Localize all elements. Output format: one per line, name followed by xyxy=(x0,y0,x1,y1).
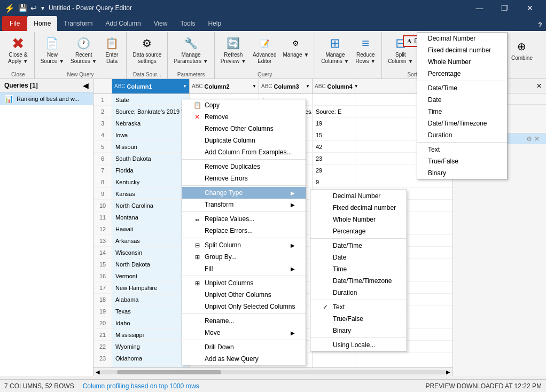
cm-add-from-examples[interactable]: Add Column From Examples... xyxy=(182,146,306,158)
cm-fill[interactable]: Fill ▶ xyxy=(182,263,306,275)
sub-datetimezone[interactable]: Date/Time/Timezone xyxy=(310,275,407,287)
cm-replace-values-icon: ₁₂ xyxy=(193,216,201,223)
col4-dropdown-icon[interactable]: ▼ xyxy=(354,84,358,89)
dt-text[interactable]: Text xyxy=(417,144,507,155)
help-button[interactable]: ? xyxy=(534,19,546,31)
save-icon[interactable]: 💾 xyxy=(18,4,27,12)
col3-dropdown-icon[interactable]: ▼ xyxy=(306,84,310,89)
sub-text[interactable]: ✓ Text xyxy=(310,301,407,313)
minimize-button[interactable]: — xyxy=(467,0,492,16)
dt-duration[interactable]: Duration xyxy=(417,129,507,141)
column4-header[interactable]: ABC Column4 ▼ xyxy=(313,79,355,93)
recent-sources-button[interactable]: 🕐 RecentSources ▼ xyxy=(68,33,99,66)
dropdown-icon[interactable]: ▼ xyxy=(40,5,45,11)
horizontal-scrollbar[interactable]: ◀ ▶ xyxy=(93,367,453,376)
sub-duration[interactable]: Duration xyxy=(310,287,407,299)
scroll-left-arrow[interactable]: ◀ xyxy=(96,369,100,375)
dt-decimal[interactable]: Decimal Number xyxy=(417,33,507,44)
sub-date[interactable]: Date xyxy=(310,252,407,263)
queries-panel-collapse[interactable]: ◀ xyxy=(83,81,89,90)
ribbon-group-parameters: 🔧 ManageParameters ▼ Parameters xyxy=(168,32,214,79)
column3-header[interactable]: ABC Column3 ▼ xyxy=(259,79,313,93)
restore-button[interactable]: ❐ xyxy=(493,0,517,16)
tab-home[interactable]: Home xyxy=(27,16,57,31)
qs-step-delete-icon[interactable]: ✕ xyxy=(534,135,540,143)
dt-sep1 xyxy=(417,81,507,81)
dt-fixed-decimal[interactable]: Fixed decimal number xyxy=(417,44,507,56)
dt-binary[interactable]: Binary xyxy=(417,167,507,179)
scroll-track[interactable] xyxy=(100,370,446,374)
data-source-settings-button[interactable]: ⚙ Data sourcesettings xyxy=(130,33,164,66)
cm-copy[interactable]: 📋 Copy xyxy=(182,99,306,111)
cm-remove[interactable]: ✕ Remove xyxy=(182,111,306,123)
cm-transform[interactable]: Transform ▶ xyxy=(182,199,306,210)
advanced-editor-button[interactable]: 📝 AdvancedEditor xyxy=(250,33,279,66)
cm-unpivot-selected[interactable]: Unpivot Only Selected Columns xyxy=(182,301,306,312)
col2-dropdown-icon[interactable]: ▼ xyxy=(252,84,256,89)
col1-dropdown-icon[interactable]: ▼ xyxy=(183,84,187,89)
sub-time[interactable]: Time xyxy=(310,263,407,275)
query-item-icon: 📊 xyxy=(4,95,13,103)
cm-change-type[interactable]: Change Type ▶ xyxy=(182,187,306,199)
refresh-preview-button[interactable]: 🔄 RefreshPreview ▼ xyxy=(218,33,249,66)
scroll-thumb[interactable] xyxy=(117,370,221,374)
dt-time[interactable]: Time xyxy=(417,106,507,117)
cm-move[interactable]: Move ▶ xyxy=(182,327,306,339)
cm-remove-errors[interactable]: Remove Errors xyxy=(182,173,306,184)
enter-data-button[interactable]: 📋 EnterData xyxy=(100,33,123,66)
sub-truefalse[interactable]: True/False xyxy=(310,313,407,325)
sub-text-label: Text xyxy=(333,303,345,311)
column2-header[interactable]: ABC Column2 ▼ xyxy=(190,79,259,93)
dt-datetime[interactable]: Date/Time xyxy=(417,82,507,94)
cm-drill-down[interactable]: Drill Down xyxy=(182,341,306,353)
tab-transform[interactable]: Transform xyxy=(57,16,99,31)
cm-replace-values[interactable]: ₁₂ Replace Values... xyxy=(182,213,306,225)
cm-unpivot-other-label: Unpivot Other Columns xyxy=(205,291,271,299)
close-apply-button[interactable]: ✖ Close &Apply ▼ xyxy=(5,33,31,66)
cm-split-column[interactable]: ⊟ Split Column ▶ xyxy=(182,239,306,251)
sub-decimal[interactable]: Decimal Number xyxy=(310,190,407,202)
query-settings-close[interactable]: ✕ xyxy=(536,82,542,90)
tab-help[interactable]: Help xyxy=(201,16,228,31)
cm-copy-icon: 📋 xyxy=(193,101,201,109)
cm-unpivot[interactable]: ⊞ Unpivot Columns xyxy=(182,277,306,289)
close-button[interactable]: ✕ xyxy=(518,0,542,16)
tab-file[interactable]: File xyxy=(2,16,27,31)
tab-add-column[interactable]: Add Column xyxy=(99,16,147,31)
dt-percentage[interactable]: Percentage xyxy=(417,68,507,80)
manage-parameters-icon: 🔧 xyxy=(183,35,200,52)
cm-unpivot-other[interactable]: Unpivot Other Columns xyxy=(182,289,306,301)
sub-whole-number[interactable]: Whole Number xyxy=(310,214,407,225)
reduce-rows-button[interactable]: ≡ ReduceRows ▼ xyxy=(353,33,378,66)
new-source-button[interactable]: 📄 NewSource ▼ xyxy=(38,33,67,66)
cm-duplicate[interactable]: Duplicate Column xyxy=(182,135,306,146)
sub-fixed-decimal[interactable]: Fixed decimal number xyxy=(310,202,407,214)
cm-rename[interactable]: Rename... xyxy=(182,315,306,327)
scroll-right-arrow[interactable]: ▶ xyxy=(446,369,450,375)
manage-button[interactable]: ⚙ Manage ▼ xyxy=(280,33,311,60)
dt-truefalse[interactable]: True/False xyxy=(417,155,507,167)
row-cell: Montana xyxy=(112,211,190,223)
manage-columns-button[interactable]: ⊞ ManageColumns ▼ xyxy=(318,33,352,66)
qs-step-gear-icon[interactable]: ⚙ xyxy=(526,135,532,143)
tab-view[interactable]: View xyxy=(147,16,174,31)
dt-datetimezone[interactable]: Date/Time/Timezone xyxy=(417,117,507,129)
tab-tools[interactable]: Tools xyxy=(174,16,201,31)
cm-add-new-query[interactable]: Add as New Query xyxy=(182,353,306,365)
cm-remove-other[interactable]: Remove Other Columns xyxy=(182,123,306,135)
sub-percentage[interactable]: Percentage xyxy=(310,225,407,237)
manage-parameters-button[interactable]: 🔧 ManageParameters ▼ xyxy=(171,33,210,66)
column1-header[interactable]: ABC Column1 ▼ xyxy=(112,79,190,93)
cm-remove-dupes[interactable]: Remove Duplicates xyxy=(182,161,306,173)
sub-datetime[interactable]: Date/Time xyxy=(310,240,407,252)
sub-using-locale[interactable]: Using Locale... xyxy=(310,339,407,351)
combine-button[interactable]: ⊕ Combine xyxy=(509,36,535,63)
cm-group-by[interactable]: ⊞ Group By... xyxy=(182,251,306,263)
query-item[interactable]: 📊 Ranking of best and w... xyxy=(0,92,93,105)
dt-whole-number[interactable]: Whole Number xyxy=(417,56,507,68)
cm-add-new-query-label: Add as New Query xyxy=(205,355,259,363)
cm-replace-errors[interactable]: Replace Errors... xyxy=(182,225,306,237)
undo-icon[interactable]: ↩ xyxy=(30,4,37,12)
dt-date[interactable]: Date xyxy=(417,94,507,106)
sub-binary[interactable]: Binary xyxy=(310,325,407,336)
